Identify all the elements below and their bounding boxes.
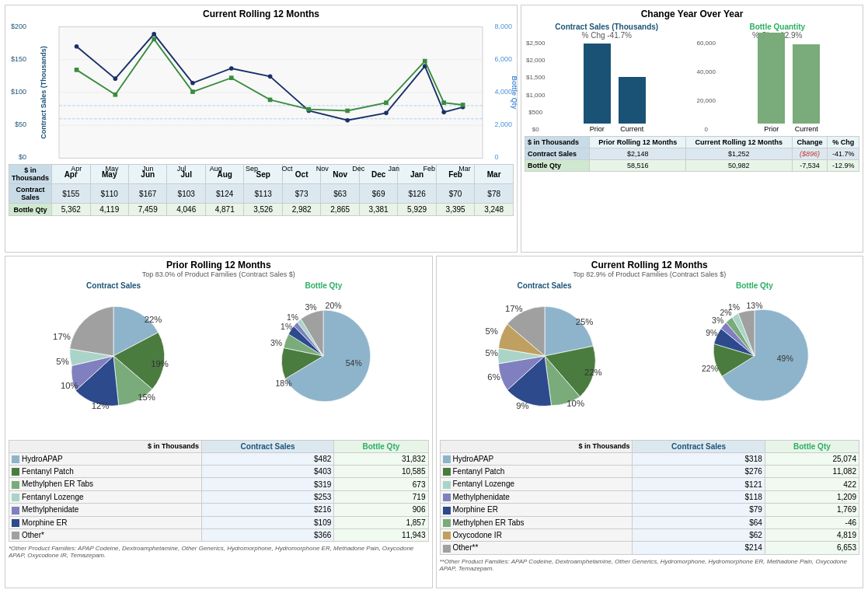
svg-text:17%: 17% [53, 331, 71, 340]
current-bottle-pie: Bottle Qty 49% 22% 9% 3% [688, 281, 821, 437]
svg-rect-25 [345, 109, 350, 113]
table-row: Oxycodone IR $624,819 [440, 528, 859, 541]
bottom-section: Prior Rolling 12 Months Top 83.0% of Pro… [5, 256, 863, 588]
x-axis-labels: AprMayJunJulAugSepOctNovDecJanFebMar [59, 165, 483, 173]
svg-text:10%: 10% [61, 381, 78, 390]
table-row: Methylphen ER Tabs $64-46 [440, 516, 859, 528]
svg-text:6%: 6% [487, 372, 500, 382]
svg-text:1%: 1% [287, 313, 298, 322]
svg-text:5%: 5% [485, 348, 497, 358]
yoy-contract-label: Contract Sales (Thousands) [525, 23, 689, 31]
svg-point-14 [384, 110, 389, 115]
current-data-table: $ in Thousands Contract Sales Bottle Qty… [440, 440, 860, 555]
svg-text:17%: 17% [505, 304, 523, 313]
prior-footnote: *Other Product Families: APAP Codeine, D… [9, 545, 429, 559]
table-row: Methylphenidate $216906 [9, 504, 429, 516]
svg-text:22%: 22% [702, 364, 718, 372]
svg-text:1%: 1% [281, 323, 292, 331]
prior-contract-pie-label: Contract Sales [47, 281, 180, 290]
prior-rolling-title: Prior Rolling 12 Months [9, 260, 429, 270]
svg-point-7 [113, 76, 118, 81]
yoy-bottle-prior-bar [758, 33, 785, 124]
yoy-contract-chart: Contract Sales (Thousands) % Chg -41.7% … [525, 23, 689, 133]
svg-rect-21 [190, 89, 195, 94]
yoy-contract-pct: % Chg -41.7% [525, 31, 689, 40]
svg-rect-24 [307, 107, 312, 112]
svg-rect-18 [75, 68, 79, 72]
prior-rolling-panel: Prior Rolling 12 Months Top 83.0% of Pro… [5, 256, 433, 588]
svg-rect-26 [384, 100, 389, 105]
table-row: Morphine ER $791,769 [440, 504, 859, 516]
yoy-charts-row: Contract Sales (Thousands) % Chg -41.7% … [525, 23, 859, 133]
svg-point-13 [345, 118, 350, 123]
current-bottle-pie-svg: 49% 22% 9% 3% 2% 1% 13% [688, 290, 821, 422]
svg-text:20%: 20% [326, 301, 342, 309]
prior-contract-pie-svg: 22% 19% 15% 12% 10% 5% 17% [47, 290, 180, 422]
svg-text:25%: 25% [575, 317, 593, 326]
table-row: HydroAPAP $31825,074 [440, 452, 859, 465]
current-contract-pie-label: Contract Sales [479, 281, 611, 290]
current-rolling-subtitle: Top 82.9% of Product Families (Contract … [440, 270, 860, 278]
table-row: Fentanyl Lozenge $121422 [440, 478, 859, 490]
y-axis-right-title: Bottle Qty [510, 75, 518, 109]
current-contract-pie: Contract Sales 25% 22% [479, 281, 611, 437]
svg-text:3%: 3% [270, 339, 282, 347]
svg-text:13%: 13% [746, 301, 762, 309]
table-row: Methylphenidate $1181,209 [440, 490, 859, 503]
current-rolling-panel: Current Rolling 12 Months Top 82.9% of P… [436, 256, 864, 588]
svg-point-10 [229, 66, 234, 71]
svg-point-16 [441, 110, 446, 115]
svg-rect-28 [441, 100, 446, 105]
svg-text:22%: 22% [145, 315, 162, 324]
yoy-panel: Change Year Over Year Contract Sales (Th… [521, 5, 863, 253]
table-row: Fentanyl Lozenge $253719 [9, 490, 429, 503]
svg-rect-29 [461, 103, 465, 107]
prior-bottle-pie-svg: 54% 18% 3% 1% 1% 3% 20% [257, 290, 389, 422]
svg-rect-27 [423, 59, 427, 64]
current-pie-row: Contract Sales 25% 22% [440, 281, 860, 437]
svg-point-6 [75, 44, 79, 49]
svg-rect-19 [113, 92, 118, 97]
yoy-bottle-current-bar [793, 44, 820, 124]
prior-contract-pie: Contract Sales 22% [47, 281, 180, 437]
table-row: Other** $2146,653 [440, 542, 859, 554]
svg-text:3%: 3% [305, 303, 317, 312]
svg-point-8 [152, 32, 156, 37]
rolling-chart-title: Current Rolling 12 Months [9, 9, 514, 19]
svg-text:54%: 54% [346, 359, 362, 368]
svg-point-11 [268, 75, 273, 79]
line-chart-svg [59, 23, 483, 162]
current-contract-pie-svg: 25% 22% 10% 9% 6% 5% 5% 17% [479, 290, 611, 422]
top-section: Current Rolling 12 Months $200$150$100$5… [5, 5, 863, 253]
svg-text:5%: 5% [485, 326, 497, 335]
svg-rect-20 [152, 37, 156, 42]
svg-text:18%: 18% [276, 379, 292, 388]
yoy-bottle-chart: Bottle Quantity % Chg -12.9% 60,00040,00… [695, 23, 860, 133]
svg-text:9%: 9% [516, 401, 528, 410]
svg-rect-23 [268, 98, 273, 103]
svg-text:12%: 12% [92, 401, 110, 410]
svg-text:15%: 15% [138, 392, 155, 401]
yoy-contract-current-bar [619, 77, 646, 124]
svg-text:22%: 22% [584, 368, 602, 377]
yoy-contract-prior-bar [584, 44, 611, 124]
yoy-title: Change Year Over Year [525, 9, 859, 19]
table-row: Morphine ER $1091,857 [9, 516, 429, 528]
yoy-data-table: $ in Thousands Prior Rolling 12 Months C… [525, 136, 859, 172]
rolling-chart-panel: Current Rolling 12 Months $200$150$100$5… [5, 5, 518, 253]
table-row: Methylphen ER Tabs $319673 [9, 478, 429, 490]
prior-pie-row: Contract Sales 22% [9, 281, 429, 437]
svg-text:49%: 49% [777, 354, 793, 362]
svg-text:5%: 5% [56, 357, 68, 366]
svg-text:19%: 19% [151, 359, 169, 368]
prior-rolling-subtitle: Top 83.0% of Product Families (Contract … [9, 270, 429, 278]
table-row: HydroAPAP $48231,832 [9, 452, 429, 465]
prior-bottle-pie-label: Bottle Qty [257, 281, 389, 290]
svg-text:1%: 1% [728, 303, 740, 312]
table-row: Other* $36611,943 [9, 528, 429, 541]
page: Current Rolling 12 Months $200$150$100$5… [0, 0, 868, 593]
svg-text:10%: 10% [566, 399, 584, 408]
svg-text:9%: 9% [706, 329, 717, 337]
table-row: Fentanyl Patch $27611,082 [440, 466, 859, 478]
yoy-bottle-label: Bottle Quantity [695, 23, 860, 31]
